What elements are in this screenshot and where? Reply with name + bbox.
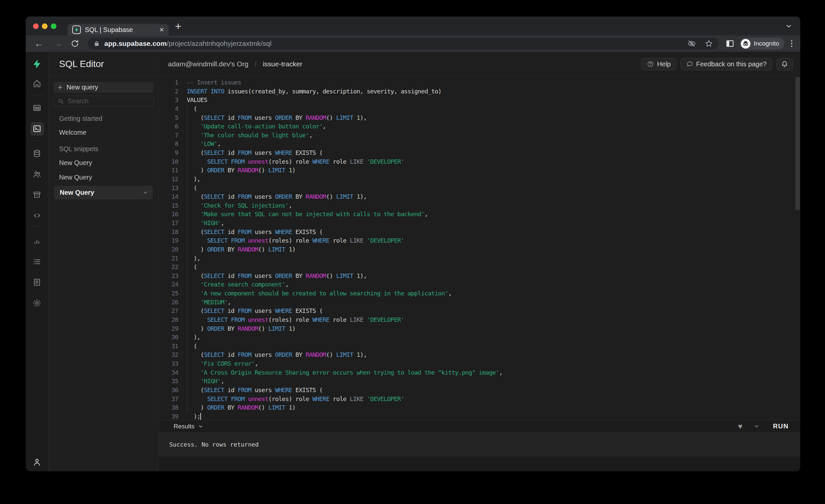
url-bar[interactable]: app.supabase.com /project/azahtnhqohyjer…: [88, 38, 719, 50]
privacy-eye-off-icon[interactable]: [687, 39, 696, 48]
chevron-down-icon[interactable]: [143, 190, 148, 195]
results-label[interactable]: Results: [173, 423, 195, 430]
chat-bubble-icon: [686, 60, 693, 68]
breadcrumb-project[interactable]: issue-tracker: [263, 60, 302, 68]
reload-button[interactable]: [71, 39, 79, 48]
database-icon[interactable]: [33, 149, 41, 158]
bookmark-star-icon[interactable]: [704, 39, 713, 48]
sidebar-item-active[interactable]: New Query: [54, 186, 153, 199]
account-icon[interactable]: [32, 457, 42, 467]
forward-button[interactable]: →: [53, 39, 62, 48]
sql-code-editor[interactable]: 1-- Insert issues2INSERT INTO issues(cre…: [159, 77, 800, 420]
code-line: 1-- Insert issues: [159, 78, 800, 87]
code-text: ),: [187, 255, 200, 262]
url-path: /project/azahtnhqohyjerzaxtmk/sql: [167, 40, 679, 48]
line-number: 25: [159, 289, 178, 298]
code-line: 14 (SELECT id FROM users ORDER BY RANDOM…: [159, 193, 800, 201]
home-icon[interactable]: [33, 79, 41, 88]
code-line: 26 'MEDIUM',: [159, 298, 800, 307]
line-number: 1: [159, 78, 178, 87]
line-number: 30: [159, 333, 178, 342]
main-panel: adam@windmill.dev's Org / issue-tracker …: [159, 52, 800, 471]
line-number: 38: [159, 403, 178, 412]
snippet-search[interactable]: [54, 96, 153, 106]
code-line: 20 ) ORDER BY RANDOM() LIMIT 1): [159, 245, 800, 254]
code-line: 35 'HIGH',: [159, 377, 800, 386]
settings-icon[interactable]: [33, 299, 42, 308]
sidebar-item[interactable]: New Query: [54, 172, 153, 182]
code-line: 15 'Check for SQL injections',: [159, 201, 800, 210]
search-input[interactable]: [68, 97, 134, 105]
line-number: 35: [159, 377, 178, 386]
code-text: ) ORDER BY RANDOM() LIMIT 1): [187, 167, 295, 173]
code-line: 28 SELECT FROM unnest(roles) role WHERE …: [159, 315, 800, 325]
run-options-chevron-icon[interactable]: [753, 423, 760, 429]
window-zoom-button[interactable]: [51, 23, 57, 29]
window-close-button[interactable]: [33, 23, 39, 29]
sidebar-section-label: Getting started: [59, 115, 153, 123]
code-text: (SELECT id FROM users ORDER BY RANDOM() …: [187, 272, 367, 279]
code-line: 18 (SELECT id FROM users WHERE EXISTS (: [159, 228, 800, 237]
auth-users-icon[interactable]: [33, 170, 41, 178]
bell-icon: [781, 60, 789, 68]
help-circle-icon: [647, 60, 654, 68]
storage-icon[interactable]: [33, 191, 41, 199]
code-text: SELECT FROM unnest(roles) role WHERE rol…: [187, 158, 404, 165]
code-line: 29 ) ORDER BY RANDOM() LIMIT 1): [159, 325, 800, 333]
new-query-button[interactable]: + New query: [54, 82, 153, 93]
line-number: 3: [159, 96, 178, 104]
api-docs-icon[interactable]: [33, 278, 41, 286]
line-number: 23: [159, 272, 178, 281]
code-text: (: [187, 185, 197, 192]
browser-toolbar: ← → app.supabase.com /project/azahtnhqoh…: [26, 35, 800, 52]
table-editor-icon[interactable]: [33, 103, 41, 112]
line-number: 2: [159, 87, 178, 96]
breadcrumb-org[interactable]: adam@windmill.dev's Org: [168, 60, 248, 68]
line-number: 14: [159, 193, 178, 201]
supabase-logo-icon[interactable]: [32, 59, 42, 69]
code-text: ) ORDER BY RANDOM() LIMIT 1): [187, 404, 295, 411]
code-line: 37 SELECT FROM unnest(roles) role WHERE …: [159, 395, 800, 404]
notifications-button[interactable]: [776, 58, 793, 70]
code-line: 38 ) ORDER BY RANDOM() LIMIT 1): [159, 403, 800, 412]
window-minimize-button[interactable]: [42, 23, 48, 29]
side-panel-icon[interactable]: [726, 39, 734, 48]
code-line: 27 (SELECT id FROM users WHERE EXISTS (: [159, 307, 800, 315]
code-text: (SELECT id FROM users ORDER BY RANDOM() …: [187, 351, 367, 358]
code-text: INSERT INTO issues(created_by, summary, …: [187, 88, 442, 95]
favorite-heart-icon[interactable]: ♥: [738, 423, 743, 430]
edge-functions-icon[interactable]: [33, 211, 41, 220]
code-line: 3VALUES: [159, 96, 800, 104]
line-number: 21: [159, 254, 178, 263]
results-chevron-icon[interactable]: [198, 424, 204, 429]
line-number: 11: [159, 166, 178, 175]
code-text: 'Fix CORS error',: [187, 360, 258, 367]
feedback-button[interactable]: Feedback on this page?: [680, 58, 772, 70]
code-line: 31 (: [159, 342, 800, 351]
sidebar-item[interactable]: Welcome: [54, 128, 153, 137]
sql-editor-icon[interactable]: [33, 125, 41, 133]
tab-title: SQL | Supabase: [85, 26, 157, 34]
code-line: 25 'A new component should be created to…: [159, 289, 800, 298]
code-text: ),: [187, 334, 200, 341]
sidebar-item[interactable]: New Query: [54, 158, 153, 167]
tab-close-icon[interactable]: ×: [159, 26, 164, 34]
help-button[interactable]: Help: [641, 58, 676, 70]
back-button[interactable]: ←: [34, 39, 43, 48]
line-number: 26: [159, 298, 178, 307]
new-tab-button[interactable]: +: [175, 20, 181, 33]
line-number: 31: [159, 342, 178, 351]
help-button-label: Help: [657, 60, 671, 68]
incognito-label: Incognito: [754, 40, 779, 47]
browser-menu-icon[interactable]: [791, 40, 792, 47]
reports-icon[interactable]: [33, 237, 41, 245]
tab-search-chevron-icon[interactable]: [785, 22, 792, 30]
editor-scrollbar[interactable]: [795, 77, 800, 210]
line-number: 4: [159, 104, 178, 114]
run-query-button[interactable]: RUN: [773, 423, 789, 430]
page-title: SQL Editor: [49, 52, 158, 77]
line-number: 32: [159, 351, 178, 359]
logs-icon[interactable]: [33, 258, 41, 266]
line-number: 22: [159, 263, 178, 272]
browser-tab[interactable]: SQL | Supabase ×: [68, 24, 169, 35]
